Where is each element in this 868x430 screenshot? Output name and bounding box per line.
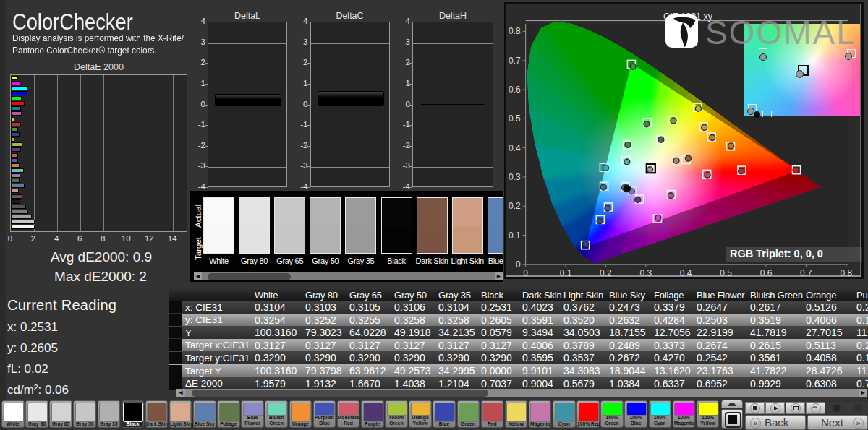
svg-text:0.4: 0.4 — [680, 268, 692, 277]
svg-text:0.3: 0.3 — [639, 268, 652, 277]
svg-text:0.5: 0.5 — [720, 268, 732, 277]
svg-text:0.4: 0.4 — [509, 143, 521, 153]
svg-text:0.2: 0.2 — [509, 201, 521, 211]
svg-text:0.6: 0.6 — [760, 268, 773, 277]
svg-text:0.3: 0.3 — [509, 172, 521, 182]
svg-text:0: 0 — [516, 259, 521, 270]
svg-text:0.8: 0.8 — [509, 26, 521, 36]
svg-text:0.5: 0.5 — [509, 113, 521, 124]
svg-text:0.7: 0.7 — [800, 268, 812, 277]
svg-text:0.8: 0.8 — [840, 268, 852, 277]
svg-text:0.6: 0.6 — [509, 85, 521, 95]
svg-text:0: 0 — [523, 268, 528, 277]
svg-text:0.7: 0.7 — [509, 56, 521, 66]
svg-text:0.1: 0.1 — [560, 268, 572, 277]
svg-text:0.1: 0.1 — [509, 231, 521, 241]
svg-text:0.2: 0.2 — [600, 268, 612, 277]
